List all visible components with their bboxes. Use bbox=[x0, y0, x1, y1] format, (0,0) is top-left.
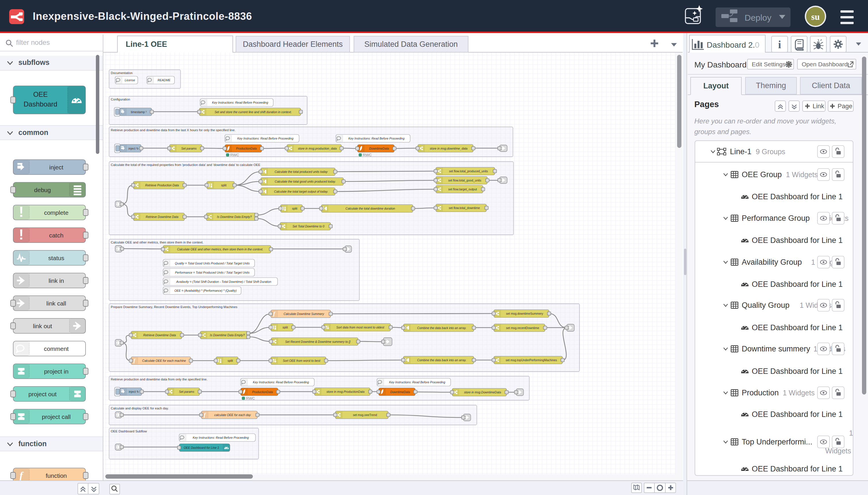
svg-text:Retrieve Downtime Data: Retrieve Downtime Data bbox=[146, 215, 178, 219]
svg-text:inject ↻: inject ↻ bbox=[128, 390, 139, 393]
svg-text:OEE Dashboard for Line 1: OEE Dashboard for Line 1 bbox=[752, 367, 843, 376]
svg-text:Calculate Downtime Summery: Calculate Downtime Summery bbox=[283, 312, 324, 315]
svg-text:Retrieve Downtime Data: Retrieve Downtime Data bbox=[143, 334, 176, 337]
svg-text:split: split bbox=[292, 207, 297, 210]
svg-text:project call: project call bbox=[42, 413, 71, 420]
svg-text:link in: link in bbox=[49, 277, 64, 284]
svg-text:Deploy: Deploy bbox=[745, 13, 771, 22]
svg-text:RWC: RWC bbox=[230, 153, 239, 157]
svg-text:1 Widgets: 1 Widgets bbox=[783, 389, 815, 397]
svg-text:Calculate OEE for each machine: Calculate OEE for each machine bbox=[142, 359, 186, 362]
svg-text:DowntimeData: DowntimeData bbox=[369, 147, 389, 150]
svg-text:9 Groups: 9 Groups bbox=[756, 148, 785, 156]
svg-text:Calculate the total target out: Calculate the total target output of tod… bbox=[274, 190, 328, 193]
svg-text:!: ! bbox=[19, 226, 23, 242]
svg-text:Calculate OEE and other metric: Calculate OEE and other metrics, then st… bbox=[111, 241, 204, 244]
svg-text:License: License bbox=[125, 79, 135, 82]
svg-text:Production: Production bbox=[742, 389, 779, 397]
svg-text:link call: link call bbox=[47, 300, 66, 307]
svg-text:split: split bbox=[228, 359, 233, 362]
svg-text:Set params: Set params bbox=[179, 390, 194, 393]
svg-text:Key Instructions: Read Before: Key Instructions: Read Before Proceeding bbox=[237, 137, 294, 140]
svg-text:ProductionData: ProductionData bbox=[236, 147, 257, 150]
svg-text:Sort OEE from worst to best: Sort OEE from worst to best bbox=[283, 359, 320, 362]
svg-text:Quality Group: Quality Group bbox=[742, 301, 789, 309]
svg-text:Combine the data back into an: Combine the data back into an array. bbox=[417, 326, 466, 330]
svg-text:Sort data from most recent to: Sort data from most recent to oldest bbox=[336, 326, 385, 329]
svg-text:Documentation: Documentation bbox=[111, 71, 133, 75]
svg-text:Performance = Total Produced U: Performance = Total Produced Units / Tot… bbox=[175, 271, 250, 274]
svg-text:Key Instructions: Read Before: Key Instructions: Read Before Proceeding bbox=[193, 436, 249, 439]
svg-text:set msg.oeeTrend: set msg.oeeTrend bbox=[353, 413, 377, 416]
svg-text:OEE Dashboard for Line 1: OEE Dashboard for Line 1 bbox=[752, 410, 843, 419]
svg-text:Calculate the total produced u: Calculate the total produced units today bbox=[275, 170, 328, 173]
svg-text:timestamp ¹: timestamp ¹ bbox=[131, 110, 147, 114]
svg-text:OEE Dashboard for Line 1: OEE Dashboard for Line 1 bbox=[184, 446, 219, 449]
svg-text:Quality = Total Good Units Pro: Quality = Total Good Units Produced / To… bbox=[175, 261, 250, 265]
svg-text:OEE Dashboard for Line 1: OEE Dashboard for Line 1 bbox=[752, 323, 843, 332]
svg-text:OEE Dashboard for Line 1: OEE Dashboard for Line 1 bbox=[752, 192, 843, 201]
svg-text:Availavity = (Total Shift Dura: Availavity = (Total Shift Duration - Tot… bbox=[176, 280, 271, 284]
svg-text:calculate OEE for each day: calculate OEE for each day bbox=[214, 413, 251, 416]
svg-text:Is Downtime Data Empty?: Is Downtime Data Empty? bbox=[210, 334, 245, 337]
svg-text:status: status bbox=[48, 255, 64, 261]
svg-text:DowntimeData: DowntimeData bbox=[390, 390, 410, 394]
svg-text:Set params: Set params bbox=[181, 147, 197, 150]
svg-text:RWC: RWC bbox=[363, 153, 372, 157]
svg-text:set flow.total_good_units: set flow.total_good_units bbox=[448, 178, 481, 182]
svg-text:comment: comment bbox=[44, 345, 69, 352]
svg-text:!: ! bbox=[19, 204, 23, 220]
svg-text:1 Widgets: 1 Widgets bbox=[786, 171, 818, 178]
svg-text:set msg.downtimeSummery: set msg.downtimeSummery bbox=[506, 312, 543, 315]
svg-text:set flow.total_downtime: set flow.total_downtime bbox=[449, 206, 480, 210]
svg-text:Calculate the total of the req: Calculate the total of the required prop… bbox=[111, 163, 261, 167]
svg-text:link out: link out bbox=[33, 323, 52, 329]
svg-text:ProductionData: ProductionData bbox=[252, 390, 273, 394]
svg-text:catch: catch bbox=[49, 232, 64, 239]
svg-text:Is Downtime Data Empty?: Is Downtime Data Empty? bbox=[217, 215, 252, 219]
svg-text:su: su bbox=[811, 12, 819, 22]
svg-text:Retrieve production and downti: Retrieve production and downtime data fr… bbox=[111, 378, 208, 381]
svg-text:function: function bbox=[46, 472, 67, 479]
svg-text:Configuration: Configuration bbox=[111, 98, 130, 101]
svg-text:Calculate and display OEE for: Calculate and display OEE for each day. bbox=[111, 407, 169, 410]
svg-text:Key Instructions: Read Before: Key Instructions: Read Before Proceeding bbox=[348, 137, 405, 140]
svg-text:OEE = (Availability) * (Perfor: OEE = (Availability) * (Performance) * (… bbox=[174, 289, 237, 292]
svg-text:Calculate the total good units: Calculate the total good units produced … bbox=[275, 180, 336, 183]
svg-text:Calculate the total downtime d: Calculate the total downtime duration bbox=[346, 207, 395, 210]
svg-text:Retrieve production and downti: Retrieve production and downtime data fr… bbox=[111, 129, 236, 132]
svg-text:README: README bbox=[158, 79, 171, 82]
svg-text:RWC: RWC bbox=[246, 396, 255, 400]
svg-text:Key Instructions: Read Before: Key Instructions: Read Before Proceeding bbox=[253, 380, 309, 384]
svg-text:inject ↻: inject ↻ bbox=[128, 147, 139, 150]
svg-text:store in msg.production_data: store in msg.production_data bbox=[298, 147, 337, 150]
svg-text:split: split bbox=[221, 184, 226, 187]
svg-text:inject: inject bbox=[49, 164, 63, 171]
svg-text:OEE: OEE bbox=[33, 90, 48, 98]
svg-text:Line-1: Line-1 bbox=[730, 147, 751, 156]
svg-text:Availability Group: Availability Group bbox=[742, 258, 802, 267]
svg-text:Set Total Downtime to 0: Set Total Downtime to 0 bbox=[293, 224, 324, 228]
svg-text:Prepare Downtime Summary, Rece: Prepare Downtime Summary, Recent Downtim… bbox=[111, 305, 237, 309]
svg-text:OEE Dashboard for Line 1: OEE Dashboard for Line 1 bbox=[752, 464, 843, 473]
svg-text:Downtime summery: Downtime summery bbox=[742, 344, 810, 353]
svg-text:debug: debug bbox=[34, 187, 51, 193]
svg-text:Performance Group: Performance Group bbox=[742, 214, 810, 223]
svg-text:complete: complete bbox=[44, 209, 68, 216]
svg-text:OEE Dashboard for Line 1: OEE Dashboard for Line 1 bbox=[752, 280, 843, 289]
svg-text:OEE Dashboard for Line 1: OEE Dashboard for Line 1 bbox=[752, 236, 843, 245]
svg-text:Retrieve Production Data: Retrieve Production Data bbox=[145, 184, 179, 187]
svg-text:OEE Group: OEE Group bbox=[742, 170, 782, 179]
svg-text:set flow.total_produced_units: set flow.total_produced_units bbox=[449, 169, 488, 173]
svg-text:1: 1 bbox=[849, 429, 853, 437]
svg-text:Top Underperformi...: Top Underperformi... bbox=[742, 438, 812, 446]
svg-text:Dashboard: Dashboard bbox=[23, 100, 57, 108]
svg-text:project out: project out bbox=[29, 391, 56, 397]
svg-text:store in msg.DowntimeData: store in msg.DowntimeData bbox=[464, 391, 501, 394]
svg-text:Set Recent Downtime & Downtime: Set Recent Downtime & Downtime summery t… bbox=[285, 340, 351, 343]
svg-text:Combine the data back into an: Combine the data back into an array. bbox=[417, 358, 466, 362]
svg-text:set flow.target_output: set flow.target_output bbox=[448, 187, 477, 191]
svg-text:project in: project in bbox=[44, 368, 68, 375]
svg-text:Key Instructions: Read Before: Key Instructions: Read Before Proceeding bbox=[212, 101, 268, 104]
svg-text:Set and store the current line: Set and store the current line and shift… bbox=[214, 110, 292, 114]
